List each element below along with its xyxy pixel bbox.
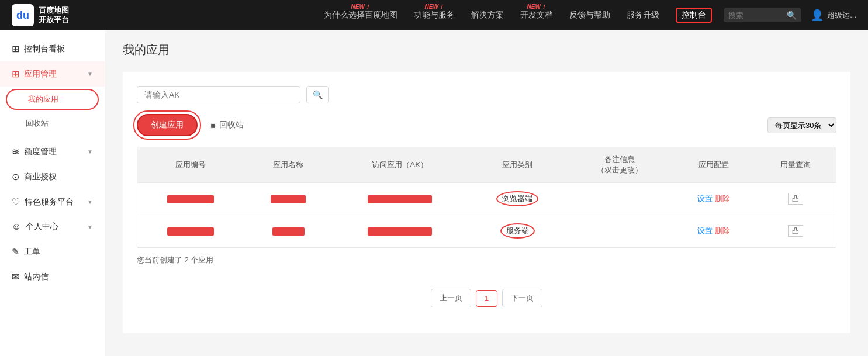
sidebar-item-app-manage[interactable]: ⊞ 应用管理	[0, 61, 105, 87]
app-name-redacted	[271, 195, 306, 203]
col-header-ak: 访问应用（AK）	[332, 147, 468, 183]
table-body: 浏览器端 设置 删除 凸	[137, 183, 836, 247]
app-id-cell	[137, 183, 244, 215]
new-badge-why: NEW！	[351, 3, 370, 11]
action-bar: 创建应用 ▣ 回收站 每页显示30条	[137, 114, 836, 136]
nav-console[interactable]: 控制台	[676, 8, 712, 23]
nav-solutions[interactable]: 解决方案	[471, 10, 504, 20]
app-category-cell-2: 服务端	[468, 215, 567, 247]
app-ak-redacted	[368, 195, 432, 203]
sidebar-item-auth[interactable]: ⊙ 商业授权	[0, 164, 105, 189]
config-link-2[interactable]: 设置	[697, 226, 713, 235]
col-header-name: 应用名称	[244, 147, 332, 183]
col-header-id: 应用编号	[137, 147, 244, 183]
nav-user[interactable]: 👤 超级运...	[811, 9, 856, 22]
dashboard-icon: ⊞	[12, 43, 19, 54]
sidebar-item-personal[interactable]: ☺ 个人中心	[0, 215, 105, 239]
recycle-label: 回收站	[219, 120, 244, 130]
nav-search-box[interactable]: 🔍	[724, 8, 801, 22]
nav-devdocs[interactable]: NEW！ 开发文档	[520, 10, 553, 20]
logo[interactable]: du 百度地图 开放平台	[12, 4, 105, 26]
app-usage-cell: 凸	[756, 183, 836, 215]
total-info-text: 您当前创建了 2 个应用	[137, 255, 213, 264]
sidebar-item-label: 应用管理	[24, 69, 57, 80]
sidebar-item-label: 站内信	[24, 272, 49, 282]
app-usage-cell-2: 凸	[756, 215, 836, 247]
nav-feedback[interactable]: 反馈与帮助	[569, 10, 610, 20]
nav-links: NEW！ 为什么选择百度地图 NEW！ 功能与服务 解决方案 NEW！ 开发文档…	[324, 8, 712, 23]
sidebar-item-messages[interactable]: ✉ 站内信	[0, 264, 105, 289]
sidebar-item-label: 工单	[24, 247, 40, 257]
sidebar-item-label: 商业授权	[24, 172, 57, 182]
app-id-redacted	[167, 195, 214, 203]
new-badge-devdocs: NEW！	[527, 3, 546, 11]
user-icon: 👤	[811, 9, 824, 22]
app-ak-cell	[332, 183, 468, 215]
main-content: 我的应用 🔍 创建应用 ▣ 回收站 每页显示30条	[105, 30, 868, 356]
recycle-icon: ▣	[209, 120, 217, 130]
app-id-redacted-2	[167, 227, 214, 236]
sidebar-sub-item-recycle[interactable]: 回收站	[0, 112, 105, 134]
ak-search-button[interactable]: 🔍	[306, 86, 329, 103]
per-page-select-wrapper: 每页显示30条	[767, 117, 836, 133]
current-page-button[interactable]: 1	[476, 290, 497, 307]
app-ak-redacted-2	[368, 227, 432, 236]
logo-text: 百度地图 开放平台	[39, 6, 69, 24]
config-link-1[interactable]: 设置	[697, 194, 713, 203]
delete-link-2[interactable]: 删除	[715, 226, 730, 235]
usage-icon-2[interactable]: 凸	[788, 225, 803, 237]
special-icon: ♡	[12, 196, 20, 208]
quota-icon: ≋	[12, 146, 19, 157]
nav-features[interactable]: NEW！ 功能与服务	[414, 10, 455, 20]
app-name-cell	[244, 183, 332, 215]
col-header-note: 备注信息 （双击更改）	[567, 147, 672, 183]
new-badge-features: NEW！	[424, 3, 444, 11]
col-header-config: 应用配置	[672, 147, 756, 183]
ak-search-input[interactable]	[137, 86, 300, 103]
per-page-select[interactable]: 每页显示30条	[767, 117, 836, 133]
app-note-cell-2[interactable]	[567, 215, 672, 247]
sidebar-item-label: 个人中心	[26, 222, 58, 232]
app-config-cell-2: 设置 删除	[672, 215, 756, 247]
user-label: 超级运...	[827, 10, 856, 20]
search-bar: 🔍	[137, 86, 836, 103]
sidebar-item-label: 额度管理	[24, 147, 57, 157]
apps-table: 应用编号 应用名称 访问应用（AK） 应用类别 备注信息 （双击更改） 应用配置…	[137, 147, 836, 247]
create-app-button[interactable]: 创建应用	[137, 114, 198, 136]
sidebar-myapps-wrapper: 我的应用	[6, 89, 99, 110]
sidebar-item-label: 特色服务平台	[25, 197, 74, 208]
sidebar-item-quota[interactable]: ≋ 额度管理	[0, 139, 105, 164]
sidebar-item-workorder[interactable]: ✎ 工单	[0, 239, 105, 264]
next-page-button[interactable]: 下一页	[502, 289, 542, 307]
nav-search-icon: 🔍	[787, 11, 797, 20]
pagination: 上一页 1 下一页	[137, 289, 836, 307]
messages-icon: ✉	[12, 271, 19, 282]
col-header-category: 应用类别	[468, 147, 567, 183]
app-category-cell: 浏览器端	[468, 183, 567, 215]
col-header-usage: 用量查询	[756, 147, 836, 183]
nav-upgrade[interactable]: 服务升级	[627, 10, 659, 20]
app-name-cell	[244, 215, 332, 247]
auth-icon: ⊙	[12, 171, 19, 182]
usage-icon-1[interactable]: 凸	[788, 193, 803, 205]
table-row: 服务端 设置 删除 凸	[137, 215, 836, 247]
app-id-cell	[137, 215, 244, 247]
nav-why[interactable]: NEW！ 为什么选择百度地图	[324, 10, 397, 20]
table-header: 应用编号 应用名称 访问应用（AK） 应用类别 备注信息 （双击更改） 应用配置…	[137, 147, 836, 183]
app-category-1: 浏览器端	[496, 191, 538, 206]
logo-icon: du	[12, 4, 34, 26]
prev-page-button[interactable]: 上一页	[431, 289, 471, 307]
sidebar-item-special[interactable]: ♡ 特色服务平台	[0, 189, 105, 215]
app-manage-icon: ⊞	[12, 68, 19, 80]
delete-link-1[interactable]: 删除	[715, 194, 730, 203]
recycle-button[interactable]: ▣ 回收站	[209, 120, 244, 130]
total-info: 您当前创建了 2 个应用	[137, 255, 836, 265]
app-config-cell: 设置 删除	[672, 183, 756, 215]
sidebar: ⊞ 控制台看板 ⊞ 应用管理 我的应用 回收站 ≋ 额度管理 ⊙ 商业授权 ♡ …	[0, 30, 105, 356]
sidebar-sub-item-myapps[interactable]: 我的应用	[6, 89, 99, 110]
nav-search-input[interactable]	[728, 11, 787, 20]
sidebar-item-dashboard[interactable]: ⊞ 控制台看板	[0, 36, 105, 61]
app-note-cell[interactable]	[567, 183, 672, 215]
page-title: 我的应用	[123, 42, 850, 58]
myapps-label: 我的应用	[28, 95, 58, 103]
